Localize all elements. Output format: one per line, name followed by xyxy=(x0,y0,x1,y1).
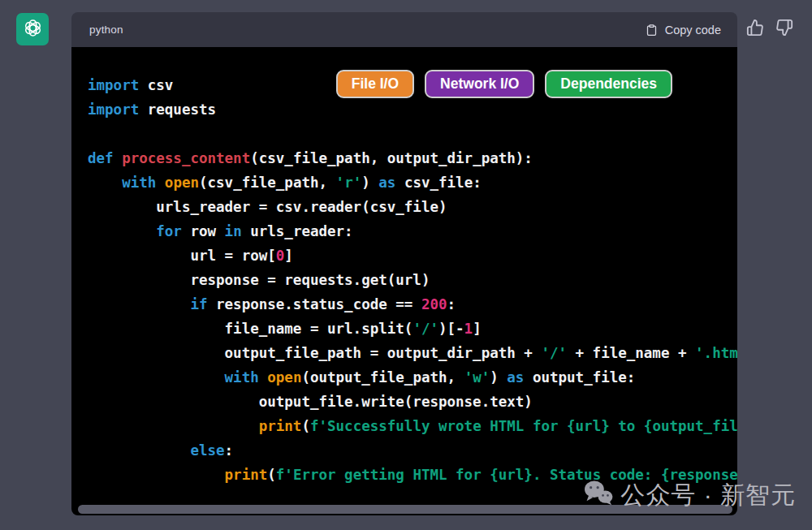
code-block: python Copy code import csvimport reques… xyxy=(71,12,737,515)
code-header: python Copy code xyxy=(71,12,737,47)
code-line: with open(output_file_path, 'w') as outp… xyxy=(88,365,737,390)
clipboard-icon xyxy=(646,24,658,37)
thumbs-down-button[interactable] xyxy=(775,19,793,39)
code-line: output_file.write(response.text) xyxy=(88,390,737,414)
code-line: for row in urls_reader: xyxy=(88,219,737,243)
code-line: if response.status_code == 200: xyxy=(88,292,737,317)
code-line: file_name = url.split('/')[-1] xyxy=(88,317,737,341)
code-line xyxy=(88,122,737,146)
copy-code-button[interactable]: Copy code xyxy=(646,24,721,37)
code-line: url = row[0] xyxy=(88,243,737,268)
code-line: with open(csv_file_path, 'r') as csv_fil… xyxy=(88,170,737,195)
thumbs-up-icon xyxy=(746,27,764,39)
badge-dependencies: Dependencies xyxy=(545,70,672,98)
watermark-text: 公众号 · 新智元 xyxy=(620,479,796,512)
code-line: urls_reader = csv.reader(csv_file) xyxy=(88,195,737,219)
badge-row: File I/ONetwork I/ODependencies xyxy=(336,70,672,98)
code-area: import csvimport requests def process_co… xyxy=(71,47,737,515)
code-line: response = requests.get(url) xyxy=(88,268,737,292)
openai-logo-icon xyxy=(22,17,44,42)
language-label: python xyxy=(89,24,123,36)
code-line: import requests xyxy=(88,97,737,122)
code-content: import csvimport requests def process_co… xyxy=(71,47,737,487)
wechat-icon xyxy=(583,479,614,512)
feedback-bar xyxy=(746,19,793,39)
watermark: 公众号 · 新智元 xyxy=(583,479,796,512)
code-line: print(f'Successfully wrote HTML for {url… xyxy=(88,414,737,438)
thumbs-up-button[interactable] xyxy=(746,19,764,39)
copy-code-label: Copy code xyxy=(665,24,721,37)
code-line: output_file_path = output_dir_path + '/'… xyxy=(88,341,737,365)
code-line: def process_content(csv_file_path, outpu… xyxy=(88,146,737,170)
thumbs-down-icon xyxy=(775,27,793,39)
badge-file-i-o: File I/O xyxy=(336,70,414,98)
chatgpt-avatar xyxy=(16,13,49,45)
code-line: else: xyxy=(88,438,737,463)
badge-network-i-o: Network I/O xyxy=(425,70,534,98)
